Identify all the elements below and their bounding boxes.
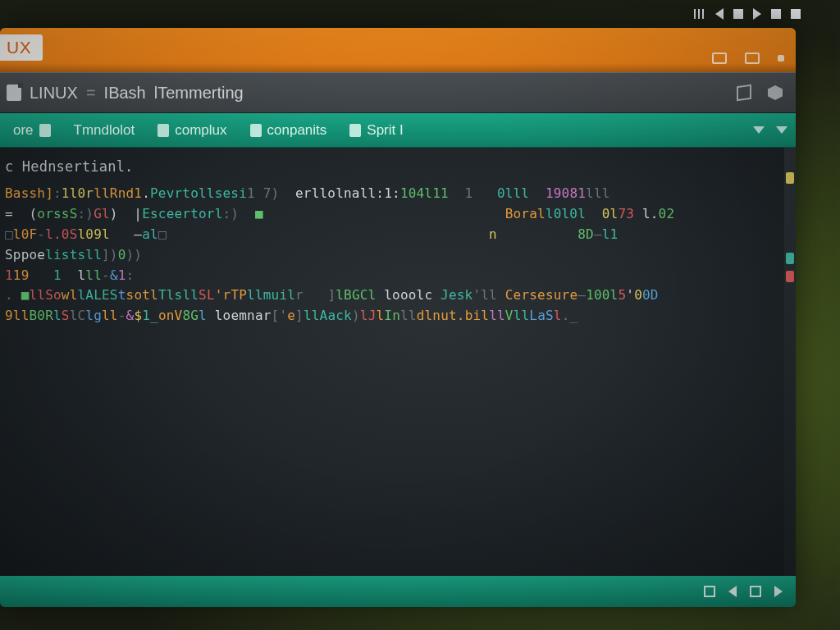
tab-label: conpanits bbox=[267, 122, 327, 139]
doc-icon bbox=[39, 124, 51, 137]
prev-icon[interactable] bbox=[715, 8, 724, 20]
record-button[interactable] bbox=[750, 586, 761, 597]
gutter-mark bbox=[786, 172, 794, 184]
terminal-line: . ■llSowllALEStsotlTlsllSL'rTPllmuilr ]l… bbox=[5, 285, 788, 306]
tab-bar: ore Tmndlolot complux conpanits Sprit I bbox=[0, 113, 796, 148]
terminal-line: 9llB0RlSlClgll-&$1_onV8Gl loemnar['e]llA… bbox=[5, 306, 788, 326]
tab-complux[interactable]: complux bbox=[148, 118, 236, 143]
settings-icon[interactable] bbox=[768, 85, 783, 100]
terminal-header: c Hednsertianl. bbox=[5, 156, 788, 177]
chevron-down-icon[interactable] bbox=[753, 126, 765, 134]
indicator-icon bbox=[771, 9, 781, 19]
prev-button[interactable] bbox=[728, 586, 737, 597]
gutter-mark bbox=[786, 271, 794, 282]
scrollbar-gutter[interactable] bbox=[784, 148, 796, 576]
tab-label: Sprit I bbox=[367, 122, 403, 139]
statusbar bbox=[0, 576, 796, 607]
window-button[interactable] bbox=[778, 55, 784, 62]
tab-label: ore bbox=[13, 122, 34, 139]
terminal-line: Sрроelistsll])0)) bbox=[5, 245, 788, 266]
app-window: UX LINUX = IBash lTemmerting ore Tmndlol… bbox=[0, 28, 796, 607]
doc-icon bbox=[158, 124, 169, 137]
stop-button[interactable] bbox=[704, 586, 715, 597]
terminal-line: □l0F-l.0Sl09l —al□ n 8D—l1 bbox=[5, 225, 788, 245]
terminal-line: 119 1 lll-&1: bbox=[5, 266, 788, 286]
tab-label: complux bbox=[175, 122, 226, 139]
doc-icon bbox=[349, 124, 361, 137]
system-tray bbox=[694, 5, 801, 23]
breadcrumb-part: lTemmerting bbox=[154, 84, 244, 103]
doc-icon bbox=[250, 124, 262, 137]
file-icon bbox=[7, 84, 21, 101]
tab-tmndlolot[interactable]: Tmndlolot bbox=[64, 118, 145, 143]
indicator-icon bbox=[791, 9, 801, 19]
menu-icon[interactable] bbox=[694, 9, 705, 19]
play-icon[interactable] bbox=[753, 8, 761, 20]
separator: = bbox=[86, 84, 96, 103]
next-button[interactable] bbox=[774, 586, 783, 597]
chevron-down-icon[interactable] bbox=[776, 126, 788, 134]
package-icon[interactable] bbox=[737, 85, 751, 100]
terminal-line: = (orssS:)Gl) |Esceertorl:) ■ Borall0l0l… bbox=[5, 204, 788, 225]
terminal-body[interactable]: c Hednsertianl. Bassh]:1l0rllRnd1.Pevrto… bbox=[0, 148, 796, 576]
stop-icon[interactable] bbox=[733, 9, 743, 19]
brand-tab: UX bbox=[0, 34, 43, 61]
terminal-output: Bassh]:1l0rllRnd1.Pevrtollsesi1 7) erllo… bbox=[5, 184, 788, 326]
breadcrumb-part: LINUX bbox=[30, 84, 78, 103]
gutter-mark bbox=[786, 253, 794, 264]
window-button[interactable] bbox=[745, 52, 760, 64]
brand-text: UX bbox=[7, 38, 31, 57]
tab-sprit[interactable]: Sprit I bbox=[340, 118, 413, 143]
tab-label: Tmndlolot bbox=[74, 122, 135, 139]
breadcrumb: LINUX = IBash lTemmerting bbox=[0, 72, 796, 113]
tab-conpants[interactable]: conpanits bbox=[240, 118, 337, 143]
titlebar: UX bbox=[0, 28, 796, 72]
terminal-line: Bassh]:1l0rllRnd1.Pevrtollsesi1 7) erllo… bbox=[5, 184, 788, 204]
breadcrumb-part: IBash bbox=[104, 84, 146, 103]
window-button[interactable] bbox=[712, 52, 727, 64]
tab-ore[interactable]: ore bbox=[3, 118, 61, 143]
